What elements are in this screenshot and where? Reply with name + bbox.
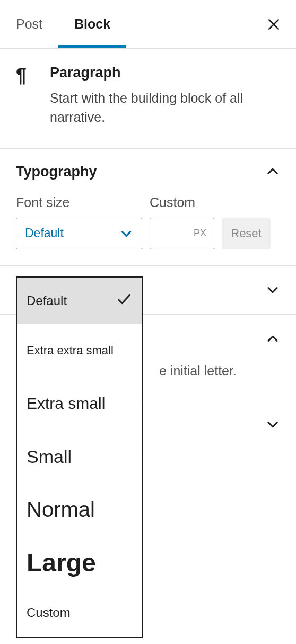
- option-extra-small[interactable]: Extra small: [17, 377, 142, 430]
- paragraph-icon: ¶: [16, 65, 37, 127]
- option-label: Default: [27, 293, 67, 308]
- option-extra-extra-small[interactable]: Extra extra small: [17, 324, 142, 377]
- typography-title: Typography: [16, 164, 97, 180]
- font-size-row: Font size Default Custom PX Reset: [16, 195, 280, 249]
- option-label: Extra extra small: [27, 344, 114, 357]
- chevron-down-icon: [265, 282, 280, 297]
- block-card: ¶ Paragraph Start with the building bloc…: [0, 49, 296, 149]
- chevron-down-icon: [119, 227, 133, 240]
- check-icon: [116, 291, 132, 310]
- custom-size-label: Custom: [150, 195, 214, 210]
- block-title: Paragraph: [50, 65, 280, 81]
- px-unit: PX: [194, 228, 206, 239]
- chevron-up-icon: [265, 164, 280, 179]
- typography-panel: Typography Font size Default Custom PX: [0, 149, 296, 266]
- font-size-custom-col: Custom PX: [150, 195, 214, 249]
- option-normal[interactable]: Normal: [17, 483, 142, 536]
- reset-button[interactable]: Reset: [222, 218, 271, 249]
- close-button[interactable]: [262, 13, 285, 36]
- block-info: Paragraph Start with the building block …: [50, 65, 280, 127]
- option-label: Normal: [27, 498, 95, 522]
- font-size-label: Font size: [16, 195, 142, 210]
- custom-size-input[interactable]: PX: [150, 218, 214, 249]
- reset-col: Reset: [222, 195, 271, 249]
- chevron-up-icon: [265, 332, 280, 346]
- settings-tabs: Post Block: [0, 0, 296, 49]
- font-size-select[interactable]: Default: [16, 218, 142, 249]
- typography-panel-header[interactable]: Typography: [0, 149, 296, 195]
- tab-post[interactable]: Post: [0, 0, 58, 48]
- close-icon: [267, 17, 281, 31]
- chevron-down-icon: [265, 417, 280, 432]
- tab-block[interactable]: Block: [58, 0, 126, 48]
- option-label: Custom: [27, 605, 71, 620]
- option-large[interactable]: Large: [17, 536, 142, 589]
- option-label: Extra small: [27, 395, 105, 413]
- font-size-dropdown: Default Extra extra small Extra small Sm…: [16, 276, 143, 638]
- font-size-selected-value: Default: [25, 226, 64, 240]
- typography-panel-body: Font size Default Custom PX Reset: [0, 195, 296, 265]
- option-label: Large: [27, 548, 96, 577]
- font-size-preset-col: Font size Default: [16, 195, 142, 249]
- block-description: Start with the building block of all nar…: [50, 88, 280, 127]
- option-small[interactable]: Small: [17, 430, 142, 483]
- option-custom[interactable]: Custom: [17, 589, 142, 637]
- option-default[interactable]: Default: [17, 278, 142, 324]
- option-label: Small: [27, 446, 72, 467]
